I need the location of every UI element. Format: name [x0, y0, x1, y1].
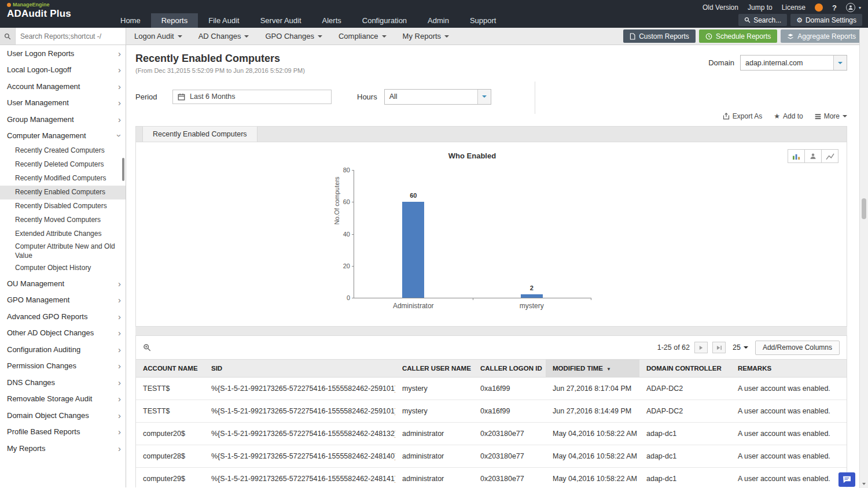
- sidebar-item-profile-based-reports[interactable]: Profile Based Reports›: [0, 424, 126, 441]
- sidebar-subitem-recently-moved-computers[interactable]: Recently Moved Computers: [0, 213, 126, 227]
- sidebar-subitem-recently-disabled-computers[interactable]: Recently Disabled Computers: [0, 199, 126, 213]
- nav-tab-alerts[interactable]: Alerts: [312, 13, 352, 28]
- menu-compliance[interactable]: Compliance: [330, 28, 395, 45]
- scrollbar-thumb[interactable]: [862, 198, 866, 219]
- menu-logon-audit[interactable]: Logon Audit: [126, 28, 190, 45]
- nav-tab-server-audit[interactable]: Server Audit: [250, 13, 312, 28]
- aggregate-reports-button[interactable]: Aggregate Reports: [781, 29, 862, 43]
- toolbar-menus: Logon AuditAD ChangesGPO ChangesComplian…: [126, 28, 457, 45]
- chevron-down-icon: [382, 35, 387, 38]
- y-tick-label: 40: [335, 231, 350, 238]
- jump-to-link[interactable]: Jump to: [748, 3, 773, 12]
- report-search-input[interactable]: [16, 28, 126, 45]
- column-header-caller-user-name[interactable]: CALLER USER NAME: [395, 360, 473, 378]
- scroll-down-arrow[interactable]: [860, 479, 868, 488]
- layers-icon: [787, 33, 794, 40]
- table-search-icon[interactable]: [143, 343, 151, 352]
- sidebar-item-configuration-auditing[interactable]: Configuration Auditing›: [0, 341, 126, 358]
- column-header-modified-time[interactable]: MODIFIED TIME▼: [546, 360, 639, 378]
- custom-reports-button[interactable]: Custom Reports: [623, 29, 696, 43]
- license-link[interactable]: License: [782, 3, 806, 12]
- column-header-domain-controller[interactable]: DOMAIN CONTROLLER: [639, 360, 731, 378]
- sidebar-item-computer-management[interactable]: Computer Management›: [0, 128, 126, 145]
- user-view-icon[interactable]: [804, 149, 822, 163]
- last-page-button[interactable]: [712, 342, 726, 353]
- schedule-reports-button[interactable]: Schedule Reports: [699, 29, 777, 43]
- nav-tab-admin[interactable]: Admin: [417, 13, 459, 28]
- search-button[interactable]: Search...: [738, 14, 787, 26]
- product-name: ADAudit Plus: [7, 9, 71, 20]
- tab-recently-enabled-computers[interactable]: Recently Enabled Computers: [142, 127, 258, 142]
- y-tick-mark: [352, 266, 354, 267]
- add-remove-columns-button[interactable]: Add/Remove Columns: [755, 341, 840, 355]
- chevron-right-icon: ›: [118, 115, 121, 124]
- nav-tab-configuration[interactable]: Configuration: [352, 13, 417, 28]
- nav-tab-home[interactable]: Home: [110, 13, 151, 28]
- column-header-remarks[interactable]: REMARKS: [731, 360, 847, 378]
- export-as-link[interactable]: Export As: [723, 112, 762, 120]
- domain-settings-button[interactable]: ⚙ Domain Settings: [790, 14, 862, 26]
- y-tick-label: 80: [335, 167, 350, 173]
- domain-select[interactable]: adap.internal.com: [740, 55, 847, 71]
- line-chart-view-icon[interactable]: [821, 149, 838, 163]
- menu-ad-changes[interactable]: AD Changes: [190, 28, 258, 45]
- menu-gpo-changes[interactable]: GPO Changes: [257, 28, 330, 45]
- period-field[interactable]: Last 6 Months: [172, 90, 332, 104]
- sidebar-subitem-recently-enabled-computers[interactable]: Recently Enabled Computers: [0, 186, 126, 199]
- table-cell: May 04,2016 10:58:22 AM: [546, 445, 639, 468]
- sidebar-item-user-management[interactable]: User Management›: [0, 95, 126, 112]
- help-icon[interactable]: ?: [832, 3, 837, 12]
- sidebar-subitem-recently-modified-computers[interactable]: Recently Modified Computers: [0, 172, 126, 186]
- manageengine-logo-icon: [7, 3, 11, 7]
- column-header-sid[interactable]: SID: [204, 360, 395, 378]
- sidebar-item-group-management[interactable]: Group Management›: [0, 111, 126, 128]
- hours-label: Hours: [357, 93, 377, 101]
- add-to-link[interactable]: ★ Add to: [774, 112, 803, 120]
- bar-mystery: [521, 294, 543, 298]
- sidebar-subitem-computer-attribute-new-and-old-value[interactable]: Computer Attribute New and Old Value: [0, 241, 126, 261]
- sidebar-item-other-ad-object-changes[interactable]: Other AD Object Changes›: [0, 325, 126, 342]
- chat-support-button[interactable]: [838, 472, 855, 487]
- nav-tab-support[interactable]: Support: [459, 13, 507, 28]
- bar-chart-view-icon[interactable]: [788, 149, 805, 163]
- sidebar-subitem-extended-attribute-changes[interactable]: Extended Attribute Changes: [0, 227, 126, 241]
- old-version-link[interactable]: Old Version: [703, 3, 738, 12]
- sidebar-scrollbar-thumb[interactable]: [122, 158, 124, 181]
- notification-icon[interactable]: [815, 3, 823, 12]
- hours-select[interactable]: All: [384, 89, 491, 105]
- sidebar-item-advanced-gpo-reports[interactable]: Advanced GPO Reports›: [0, 308, 126, 325]
- user-avatar-icon[interactable]: [846, 3, 855, 12]
- sidebar-item-local-logon-logoff[interactable]: Local Logon-Logoff›: [0, 62, 126, 79]
- sidebar-item-gpo-management[interactable]: GPO Management›: [0, 292, 126, 309]
- next-page-button[interactable]: [694, 342, 708, 353]
- sidebar-item-user-logon-reports[interactable]: User Logon Reports›: [0, 45, 126, 62]
- chart-plot: 02040608060Administrator2mystery: [354, 170, 591, 298]
- sidebar-item-removable-storage-audit[interactable]: Removable Storage Audit›: [0, 391, 126, 408]
- menu-my-reports[interactable]: My Reports: [395, 28, 457, 45]
- more-link[interactable]: More: [815, 112, 847, 120]
- table-cell: adap-dc1: [639, 445, 731, 468]
- nav-tab-file-audit[interactable]: File Audit: [198, 13, 249, 28]
- nav-tab-reports[interactable]: Reports: [151, 13, 198, 28]
- table-cell: administrator: [395, 445, 473, 468]
- sidebar-item-domain-object-changes[interactable]: Domain Object Changes›: [0, 407, 126, 424]
- table-cell: administrator: [395, 423, 473, 445]
- aggregate-reports-label: Aggregate Reports: [797, 32, 856, 40]
- table-cell: ADAP-DC2: [639, 378, 731, 400]
- sidebar-item-dns-changes[interactable]: DNS Changes›: [0, 374, 126, 391]
- sidebar-item-ou-management[interactable]: OU Management›: [0, 275, 126, 292]
- bar-value-label: 60: [410, 192, 417, 199]
- chevron-down-icon: ›: [115, 134, 124, 137]
- column-header-caller-logon-id[interactable]: CALLER LOGON ID: [473, 360, 546, 378]
- page-scrollbar[interactable]: [859, 28, 868, 488]
- chevron-down-icon[interactable]: ▾: [859, 5, 861, 10]
- sidebar-item-account-management[interactable]: Account Management›: [0, 78, 126, 95]
- page-size-select[interactable]: 25: [730, 343, 751, 352]
- sidebar-subitem-computer-object-history[interactable]: Computer Object History: [0, 261, 126, 275]
- sidebar-subitem-recently-created-computers[interactable]: Recently Created Computers: [0, 144, 126, 158]
- sidebar-item-my-reports[interactable]: My Reports›: [0, 440, 126, 457]
- chevron-right-icon: ›: [118, 65, 121, 74]
- sidebar-item-permission-changes[interactable]: Permission Changes›: [0, 358, 126, 375]
- column-header-account-name[interactable]: ACCOUNT NAME: [136, 360, 204, 378]
- sidebar-subitem-recently-deleted-computers[interactable]: Recently Deleted Computers: [0, 158, 126, 172]
